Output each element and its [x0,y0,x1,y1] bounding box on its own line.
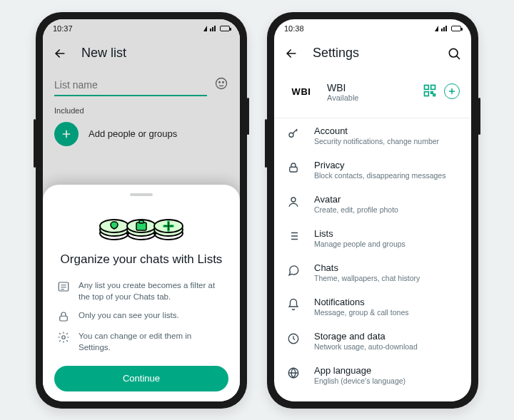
svg-point-23 [289,133,293,137]
settings-item-lists[interactable]: ListsManage people and groups [274,221,471,255]
settings-list: AccountSecurity notifications, change nu… [274,118,471,392]
settings-item-label: Chats [314,262,420,273]
svg-rect-20 [425,91,429,96]
svg-point-16 [62,336,66,339]
lock-icon [286,161,301,174]
battery-icon [451,26,461,31]
settings-item-account[interactable]: AccountSecurity notifications, change nu… [274,118,471,153]
chat-icon [286,264,301,277]
wifi-icon [435,26,438,31]
hardware-volume-button [265,119,267,168]
page-title: Settings [313,46,433,61]
svg-point-2 [223,81,224,83]
settings-item-app-language[interactable]: App languageEnglish (device's language) [274,358,471,392]
svg-point-0 [216,78,227,88]
page-title: New list [81,46,233,61]
info-text-3: You can change or edit them in Settings. [79,330,226,353]
settings-item-sub: Network usage, auto-download [314,342,418,351]
appbar-right: Settings [274,38,471,69]
settings-item-sub: Create, edit, profile photo [314,205,398,214]
settings-item-label: Storage and data [314,331,418,342]
section-included: Included [43,96,240,118]
arrow-back-icon [53,46,67,61]
profile-actions [423,83,460,101]
info-text-1: Any list you create becomes a filter at … [79,280,226,302]
back-button[interactable] [50,43,70,63]
gear-icon [57,331,70,344]
arrow-back-icon [284,46,298,61]
settings-item-label: Avatar [314,194,398,205]
svg-rect-18 [425,85,429,89]
hardware-power-button [247,98,249,135]
statusbar-right: 10:38 [274,19,471,38]
svg-point-1 [219,81,221,83]
list-name-row [43,69,240,96]
appbar-left: New list [43,38,240,69]
statusbar-indicators [203,26,230,31]
lock-icon [57,310,70,323]
svg-point-25 [291,198,296,202]
settings-item-storage-and-data[interactable]: Storage and dataNetwork usage, auto-down… [274,324,471,358]
bell-icon [286,298,301,311]
settings-item-sub: Theme, wallpapers, chat history [314,274,420,282]
qr-button[interactable] [423,83,437,101]
info-row-3: You can change or edit them in Settings. [54,327,228,357]
dimmed-backdrop: 10:37 New list Included [43,19,240,210]
search-icon [447,46,461,61]
settings-item-label: Account [314,126,439,136]
statusbar-time: 10:38 [284,24,304,33]
statusbar-left: 10:37 [43,19,240,38]
svg-rect-15 [60,317,68,322]
settings-item-label: Privacy [314,160,445,170]
svg-rect-21 [431,91,433,93]
list-icon [286,230,301,242]
profile-status: Available [327,93,358,102]
svg-rect-22 [433,94,435,96]
avatar-icon [286,195,301,208]
settings-item-label: Lists [314,228,405,239]
settings-item-sub: Block contacts, disappearing messages [314,171,445,180]
settings-item-sub: Security notifications, change number [314,137,439,145]
add-people-button[interactable]: Add people or groups [43,118,240,160]
emoji-button[interactable] [214,76,228,93]
settings-item-label: Notifications [314,297,409,307]
info-row-1: Any list you create becomes a filter at … [54,276,228,306]
svg-rect-10 [139,220,143,223]
profile-row[interactable]: WBI WBI Available [274,69,471,118]
info-text-2: Only you can see your lists. [79,309,179,321]
sheet-handle[interactable] [130,193,153,196]
signal-icon [441,26,447,31]
phone-right: 10:38 Settings WBI WBI Available [267,12,478,409]
screen-left: 10:37 New list Included [43,19,240,401]
search-button[interactable] [444,43,464,63]
plus-circle-icon [54,122,79,146]
profile-name: WBI [327,82,358,93]
svg-rect-19 [431,85,435,89]
settings-item-label: App language [314,365,405,376]
key-icon [286,127,301,140]
info-row-2: Only you can see your lists. [54,306,228,327]
phone-left: 10:37 New list Included [36,12,247,409]
battery-icon [220,26,230,31]
hardware-power-button [478,98,480,135]
settings-item-avatar[interactable]: AvatarCreate, edit, profile photo [274,187,471,221]
qr-icon [423,83,437,98]
emoji-icon [214,76,228,91]
sheet-illustration [54,205,228,245]
storage-icon [286,332,301,345]
intro-sheet: Organize your chats with Lists Any list … [43,185,240,401]
statusbar-time: 10:37 [53,24,73,33]
back-button[interactable] [281,43,301,63]
wifi-icon [203,26,207,31]
settings-item-notifications[interactable]: NotificationsMessage, group & call tones [274,290,471,324]
list-icon [57,280,70,293]
lists-illustration-icon [97,205,186,245]
plus-icon [448,87,456,96]
settings-item-chats[interactable]: ChatsTheme, wallpapers, chat history [274,255,471,290]
profile-avatar: WBI [286,76,317,108]
continue-button[interactable]: Continue [54,366,228,391]
settings-item-privacy[interactable]: PrivacyBlock contacts, disappearing mess… [274,153,471,187]
add-account-button[interactable] [444,83,460,99]
settings-item-sub: Message, group & call tones [314,308,409,317]
list-name-field[interactable] [54,73,207,96]
